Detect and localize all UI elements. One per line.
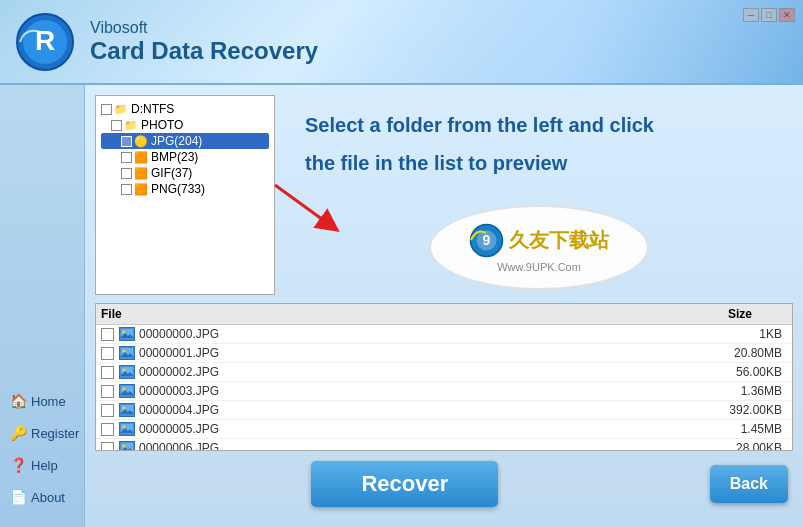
file-size-3: 1.36MB	[687, 384, 787, 398]
main-container: 🏠 Home 🔑 Register ❓ Help 📄 About 📁 D:NTF…	[0, 85, 803, 527]
photo-label: PHOTO	[141, 118, 183, 132]
file-size-1: 20.80MB	[687, 346, 787, 360]
back-button[interactable]: Back	[710, 465, 788, 503]
watermark: 9 久友下载站 Www.9UPK.Com	[429, 205, 649, 290]
instruction-panel: Select a folder from the left and click …	[285, 95, 793, 295]
file-img-icon-1	[119, 346, 135, 360]
file-row[interactable]: 00000005.JPG 1.45MB	[96, 420, 792, 439]
sidebar-item-help[interactable]: ❓ Help	[0, 449, 84, 481]
svg-text:R: R	[35, 25, 55, 56]
file-checkbox-0[interactable]	[101, 328, 114, 341]
sidebar-label-home: Home	[31, 394, 66, 409]
file-row[interactable]: 00000006.JPG 28.00KB	[96, 439, 792, 450]
png-label: PNG(733)	[151, 182, 205, 196]
help-icon: ❓	[10, 457, 27, 473]
svg-text:9: 9	[483, 232, 491, 248]
file-checkbox-4[interactable]	[101, 404, 114, 417]
file-checkbox-3[interactable]	[101, 385, 114, 398]
file-name-1: 00000001.JPG	[139, 346, 687, 360]
svg-point-14	[123, 350, 126, 353]
sidebar-label-about: About	[31, 490, 65, 505]
file-checkbox-6[interactable]	[101, 442, 114, 451]
sidebar-item-about[interactable]: 📄 About	[0, 481, 84, 513]
file-name-2: 00000002.JPG	[139, 365, 687, 379]
maximize-button[interactable]: □	[761, 8, 777, 22]
file-img-icon-6	[119, 441, 135, 450]
watermark-text2: Www.9UPK.Com	[497, 261, 581, 273]
tree-item-jpg[interactable]: 🟡 JPG(204)	[101, 133, 269, 149]
file-row[interactable]: 00000003.JPG 1.36MB	[96, 382, 792, 401]
file-img-icon-5	[119, 422, 135, 436]
file-list-container: File Size 00000000.JPG 1KB	[95, 303, 793, 451]
file-row[interactable]: 00000000.JPG 1KB	[96, 325, 792, 344]
minimize-button[interactable]: ─	[743, 8, 759, 22]
recover-button[interactable]: Recover	[311, 461, 498, 507]
file-tree[interactable]: 📁 D:NTFS 📁 PHOTO 🟡 JPG(204)	[95, 95, 275, 295]
about-icon: 📄	[10, 489, 27, 505]
bottom-buttons: Recover Back	[95, 451, 793, 517]
file-img-icon-3	[119, 384, 135, 398]
column-header-file: File	[101, 307, 672, 321]
file-size-0: 1KB	[687, 327, 787, 341]
gif-checkbox[interactable]	[121, 168, 132, 179]
instruction-line2: the file in the list to preview	[305, 148, 773, 178]
file-checkbox-2[interactable]	[101, 366, 114, 379]
file-size-6: 28.00KB	[687, 441, 787, 450]
content-area: 📁 D:NTFS 📁 PHOTO 🟡 JPG(204)	[85, 85, 803, 527]
app-header: R Vibosoft Card Data Recovery ─ □ ✕	[0, 0, 803, 85]
column-header-size: Size	[672, 307, 772, 321]
register-icon: 🔑	[10, 425, 27, 441]
file-row[interactable]: 00000004.JPG 392.00KB	[96, 401, 792, 420]
svg-line-4	[275, 185, 330, 225]
tree-item-png[interactable]: 🟧 PNG(733)	[101, 181, 269, 197]
arrow-indicator	[265, 175, 345, 235]
file-list-body[interactable]: 00000000.JPG 1KB 00000001.JPG 20.80MB	[96, 325, 792, 450]
svg-point-26	[123, 407, 126, 410]
instruction-text: Select a folder from the left and click …	[305, 110, 773, 178]
file-checkbox-1[interactable]	[101, 347, 114, 360]
file-size-5: 1.45MB	[687, 422, 787, 436]
file-name-4: 00000004.JPG	[139, 403, 687, 417]
file-row[interactable]: 00000001.JPG 20.80MB	[96, 344, 792, 363]
file-size-4: 392.00KB	[687, 403, 787, 417]
svg-point-30	[123, 426, 126, 429]
app-logo: R	[15, 12, 75, 72]
tree-item-root[interactable]: 📁 D:NTFS	[101, 101, 269, 117]
tree-item-bmp[interactable]: 🟧 BMP(23)	[101, 149, 269, 165]
svg-point-10	[123, 331, 126, 334]
watermark-logo: 9	[469, 223, 504, 258]
root-checkbox[interactable]	[101, 104, 112, 115]
bmp-checkbox[interactable]	[121, 152, 132, 163]
bmp-label: BMP(23)	[151, 150, 198, 164]
file-name-5: 00000005.JPG	[139, 422, 687, 436]
svg-point-34	[123, 445, 126, 448]
tree-item-photo[interactable]: 📁 PHOTO	[101, 117, 269, 133]
file-list-header: File Size	[96, 304, 792, 325]
file-name-6: 00000006.JPG	[139, 441, 687, 450]
watermark-text1: 久友下载站	[509, 227, 609, 254]
file-checkbox-5[interactable]	[101, 423, 114, 436]
photo-checkbox[interactable]	[111, 120, 122, 131]
window-controls: ─ □ ✕	[743, 8, 795, 22]
top-section: 📁 D:NTFS 📁 PHOTO 🟡 JPG(204)	[95, 95, 793, 295]
app-name: Vibosoft	[90, 19, 318, 37]
tree-item-gif[interactable]: 🟧 GIF(37)	[101, 165, 269, 181]
file-name-3: 00000003.JPG	[139, 384, 687, 398]
sidebar-item-home[interactable]: 🏠 Home	[0, 385, 84, 417]
app-subtitle: Card Data Recovery	[90, 37, 318, 65]
sidebar-label-register: Register	[31, 426, 79, 441]
instruction-line1: Select a folder from the left and click	[305, 110, 773, 140]
jpg-label: JPG(204)	[151, 134, 202, 148]
home-icon: 🏠	[10, 393, 27, 409]
png-checkbox[interactable]	[121, 184, 132, 195]
file-row[interactable]: 00000002.JPG 56.00KB	[96, 363, 792, 382]
jpg-checkbox[interactable]	[121, 136, 132, 147]
sidebar-item-register[interactable]: 🔑 Register	[0, 417, 84, 449]
gif-label: GIF(37)	[151, 166, 192, 180]
svg-point-22	[123, 388, 126, 391]
app-title-block: Vibosoft Card Data Recovery	[90, 19, 318, 65]
file-img-icon-4	[119, 403, 135, 417]
sidebar: 🏠 Home 🔑 Register ❓ Help 📄 About	[0, 85, 85, 527]
close-button[interactable]: ✕	[779, 8, 795, 22]
sidebar-label-help: Help	[31, 458, 58, 473]
